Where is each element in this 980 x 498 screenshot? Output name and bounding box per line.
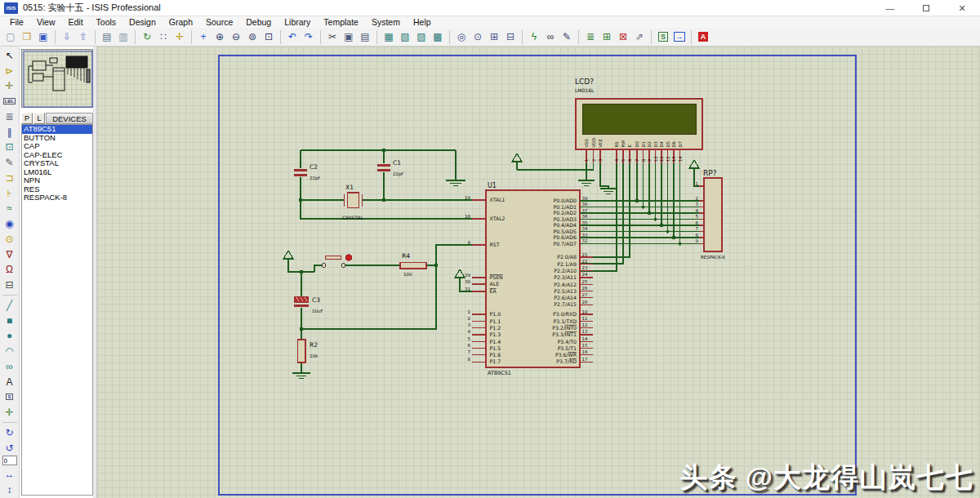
device-pin-icon[interactable]: ⊦ [2, 186, 17, 201]
menu-edit[interactable]: Edit [62, 17, 90, 27]
2d-path-icon[interactable]: ∞ [2, 359, 17, 374]
paste-icon[interactable]: ▤ [358, 29, 373, 45]
minimize-button[interactable]: — [872, 0, 908, 16]
r4-resistor[interactable]: R4 100 [400, 252, 426, 277]
redraw-icon[interactable]: ↻ [140, 29, 155, 45]
import-section-icon[interactable]: ⇩ [60, 29, 75, 45]
redo-icon[interactable]: ↷ [301, 29, 317, 45]
zoom-out-icon[interactable]: ⊖ [229, 29, 244, 45]
menu-file[interactable]: File [3, 17, 30, 27]
new-sheet-icon[interactable]: ⊞ [599, 29, 615, 45]
menu-view[interactable]: View [30, 17, 62, 27]
ground-vee[interactable] [600, 189, 617, 194]
cut-icon[interactable]: ✂ [325, 29, 341, 45]
component-mode-icon[interactable]: ⊳ [2, 64, 17, 78]
export-section-icon[interactable]: ⇧ [76, 29, 91, 45]
ground-crystal[interactable] [446, 180, 466, 186]
2d-box-icon[interactable]: ■ [2, 313, 17, 328]
tape-recorder-icon[interactable]: ◉ [2, 216, 17, 231]
netlist-to-ares-icon[interactable]: A [696, 29, 711, 45]
menu-system[interactable]: System [365, 17, 407, 27]
pan-icon[interactable]: + [196, 29, 212, 45]
device-item-respack-8[interactable]: RESPACK-8 [22, 193, 92, 202]
search-tag-icon[interactable]: ∞ [543, 29, 559, 45]
x1-crystal[interactable]: X1 CRYSTAL [342, 184, 364, 220]
menu-help[interactable]: Help [407, 17, 438, 27]
make-device-icon[interactable]: ⊙ [470, 29, 486, 45]
2d-line-icon[interactable]: ╱ [2, 298, 17, 313]
ground-r2[interactable] [292, 373, 310, 379]
block-rotate-icon[interactable]: ▨ [414, 29, 430, 45]
instant-edit-icon[interactable]: ✎ [2, 155, 17, 170]
selection-pointer-icon[interactable]: ↖ [2, 48, 17, 63]
toggle-grid-icon[interactable]: ∷ [156, 29, 172, 45]
zoom-all-icon[interactable]: ⊚ [245, 29, 261, 45]
menu-tools[interactable]: Tools [90, 17, 123, 27]
device-item-crystal[interactable]: CRYSTAL [22, 159, 92, 168]
wire-label-icon[interactable]: LBL [2, 94, 17, 109]
virtual-instruments-icon[interactable]: ⊟ [2, 278, 17, 292]
maximize-button[interactable] [908, 0, 944, 16]
print-icon[interactable]: ▤ [100, 29, 115, 45]
mark-output-area-icon[interactable]: ▥ [116, 29, 131, 45]
2d-arc-icon[interactable]: ◠ [2, 344, 17, 358]
vcc-terminal-ea[interactable] [455, 269, 465, 278]
zoom-area-icon[interactable]: ⊡ [261, 29, 277, 45]
design-explorer-icon[interactable]: ≣ [583, 29, 599, 45]
voltage-probe-icon[interactable]: ∇ [2, 247, 17, 262]
vcc-terminal-reset[interactable] [283, 251, 293, 259]
r2-resistor[interactable]: R2 10k [298, 340, 318, 362]
block-copy-icon[interactable]: ▦ [381, 29, 397, 45]
graph-mode-icon[interactable]: ≈ [2, 202, 17, 216]
c2-capacitor[interactable]: C2 22pf [294, 163, 320, 181]
menu-design[interactable]: Design [122, 17, 163, 27]
open-design-icon[interactable]: ❒ [20, 29, 35, 45]
rp-respack[interactable]: RP? RESPACK-8 [701, 169, 725, 260]
menu-graph[interactable]: Graph [163, 17, 199, 27]
pick-parts-icon[interactable]: ◎ [454, 29, 470, 45]
current-probe-icon[interactable]: Ω [2, 263, 17, 278]
library-button[interactable]: L [33, 113, 45, 124]
menu-template[interactable]: Template [317, 17, 365, 27]
rotate-anticlockwise-icon[interactable]: ↺ [2, 441, 17, 456]
goto-sheet-icon[interactable]: ⇗ [632, 29, 648, 45]
close-button[interactable]: ✕ [944, 0, 980, 16]
mirror-horizontal-icon[interactable]: ↔ [2, 467, 17, 482]
packaging-tool-icon[interactable]: ⊞ [487, 29, 502, 45]
save-design-icon[interactable]: ▣ [36, 29, 51, 45]
c3-capacitor[interactable]: C3 10uF [294, 296, 323, 313]
menu-library[interactable]: Library [278, 17, 317, 27]
zoom-in-icon[interactable]: ⊕ [212, 29, 228, 45]
text-script-icon[interactable]: ≣ [2, 109, 17, 124]
remove-sheet-icon[interactable]: ⊠ [616, 29, 631, 45]
property-assignment-icon[interactable]: ✎ [559, 29, 575, 45]
c1-capacitor[interactable]: C1 22pf [377, 159, 403, 177]
generator-icon[interactable]: ⊙ [2, 232, 17, 247]
new-design-icon[interactable]: ▢ [3, 29, 19, 45]
2d-text-icon[interactable]: A [2, 375, 17, 389]
2d-symbol-icon[interactable]: S [2, 389, 17, 404]
pick-device-button[interactable]: P [21, 113, 33, 124]
2d-marker-icon[interactable]: ✛ [2, 405, 17, 420]
rotate-clockwise-icon[interactable]: ↻ [2, 425, 17, 440]
electrical-rule-check-icon[interactable]: → [672, 29, 688, 45]
block-move-icon[interactable]: ▧ [398, 29, 413, 45]
undo-icon[interactable]: ↶ [285, 29, 301, 45]
2d-circle-icon[interactable]: ● [2, 328, 17, 343]
junction-dot-icon[interactable]: ✛ [2, 79, 17, 94]
device-item-cap[interactable]: CAP [22, 142, 92, 151]
menu-source[interactable]: Source [199, 17, 239, 27]
rotation-angle-input[interactable] [2, 456, 17, 465]
vcc-terminal-respack[interactable] [689, 160, 699, 168]
terminal-icon[interactable]: ⊐ [2, 171, 17, 185]
subcircuit-icon[interactable]: ⊡ [2, 140, 17, 155]
wire-autorouter-icon[interactable]: ϟ [527, 29, 542, 45]
decompose-icon[interactable]: ⊟ [503, 29, 519, 45]
button-actuator-dot[interactable] [345, 255, 352, 261]
overview-minimap[interactable] [21, 49, 93, 108]
ground-vss[interactable] [578, 180, 595, 186]
mirror-vertical-icon[interactable]: ↕ [2, 482, 17, 497]
copy-icon[interactable]: ▣ [341, 29, 357, 45]
menu-debug[interactable]: Debug [239, 17, 278, 27]
vcc-terminal-lcd[interactable] [512, 153, 522, 162]
